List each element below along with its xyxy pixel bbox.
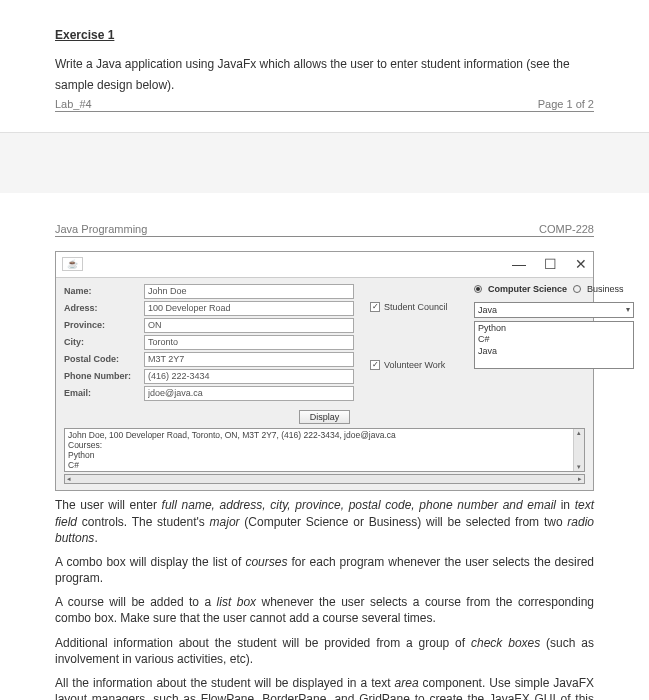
paragraph-3: A course will be added to a list box whe… (55, 594, 594, 626)
course-listbox[interactable]: Python C# Java (474, 321, 634, 369)
label-name: Name: (64, 286, 144, 296)
minimize-button[interactable]: — (512, 256, 526, 272)
label-city: City: (64, 337, 144, 347)
city-field[interactable] (144, 335, 354, 350)
province-field[interactable] (144, 318, 354, 333)
java-icon: ☕ (62, 257, 83, 271)
exercise-title: Exercise 1 (55, 28, 594, 42)
list-item: Python (478, 323, 630, 335)
radio-cs-label: Computer Science (488, 284, 567, 294)
major-radios: Computer Science Business (474, 284, 634, 294)
label-phone: Phone Number: (64, 371, 144, 381)
radio-cs[interactable] (474, 285, 482, 293)
address-field[interactable] (144, 301, 354, 316)
output-textarea[interactable]: John Doe, 100 Developer Road, Toronto, O… (64, 428, 585, 473)
volunteer-checkbox[interactable]: Volunteer Work (370, 360, 464, 370)
output-line: Courses: (68, 440, 581, 450)
name-field[interactable] (144, 284, 354, 299)
prompt-line-2: sample design below). (55, 77, 594, 94)
course-name: Java Programming (55, 223, 147, 235)
output-line: John Doe, 100 Developer Road, Toronto, O… (68, 430, 581, 440)
lab-label: Lab_#4 (55, 98, 92, 110)
label-province: Province: (64, 320, 144, 330)
course-combo[interactable]: Java ▾ (474, 302, 634, 318)
page-header: Java Programming COMP-228 (55, 223, 594, 237)
vertical-scrollbar[interactable]: ▴▾ (573, 429, 584, 472)
page-1: Exercise 1 Write a Java application usin… (0, 0, 649, 133)
list-item: C# (478, 334, 630, 346)
combo-selected: Java (478, 305, 497, 315)
paragraph-5: All the information about the student wi… (55, 675, 594, 700)
output-line: C# (68, 460, 581, 470)
radio-business-label: Business (587, 284, 624, 294)
paragraph-2: A combo box will display the list of cou… (55, 554, 594, 586)
paragraph-1: The user will enter full name, address, … (55, 497, 594, 546)
checkbox-icon (370, 302, 380, 312)
app-window: ☕ — ☐ ✕ Name: Adress: Province: City: Po… (55, 251, 594, 492)
email-field[interactable] (144, 386, 354, 401)
chevron-down-icon: ▾ (626, 305, 630, 314)
display-button[interactable]: Display (299, 410, 351, 424)
course-code: COMP-228 (539, 223, 594, 235)
paragraph-4: Additional information about the student… (55, 635, 594, 667)
form-area: Name: Adress: Province: City: Postal Cod… (56, 278, 593, 407)
list-item: Java (478, 346, 630, 358)
left-column: Name: Adress: Province: City: Postal Cod… (64, 284, 354, 403)
label-address: Adress: (64, 303, 144, 313)
coffee-icon: ☕ (67, 259, 78, 269)
label-email: Email: (64, 388, 144, 398)
right-column: Computer Science Business Java ▾ Python … (474, 284, 634, 403)
checkbox-icon (370, 360, 380, 370)
prompt-line-1: Write a Java application using JavaFx wh… (55, 56, 594, 73)
maximize-button[interactable]: ☐ (544, 256, 557, 272)
output-line: Python (68, 450, 581, 460)
page-2: Java Programming COMP-228 ☕ — ☐ ✕ Name: … (0, 193, 649, 700)
middle-column: Student Council Volunteer Work (364, 284, 464, 403)
label-postal: Postal Code: (64, 354, 144, 364)
phone-field[interactable] (144, 369, 354, 384)
page-number: Page 1 of 2 (538, 98, 594, 110)
titlebar: ☕ — ☐ ✕ (56, 252, 593, 278)
postal-field[interactable] (144, 352, 354, 367)
radio-business[interactable] (573, 285, 581, 293)
instructions: The user will enter full name, address, … (55, 497, 594, 700)
close-button[interactable]: ✕ (575, 256, 587, 272)
student-council-checkbox[interactable]: Student Council (370, 302, 464, 312)
page-footer: Lab_#4 Page 1 of 2 (55, 98, 594, 112)
horizontal-scrollbar[interactable]: ◂▸ (64, 474, 585, 484)
